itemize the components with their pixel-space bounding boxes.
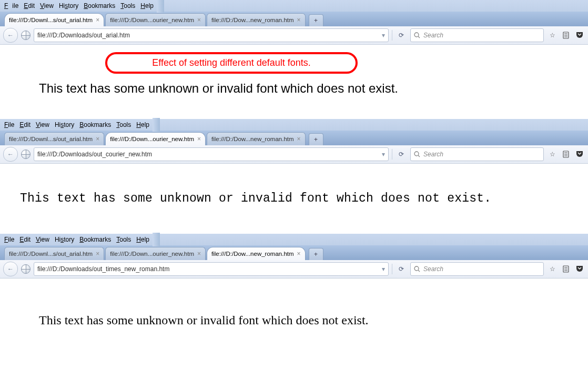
tab-arial[interactable]: file:///D:/Downl...s/out_arial.htm × [4,247,104,260]
menu-bar: File Edit View History Bookmarks Tools H… [0,119,588,131]
menu-file[interactable]: File [2,120,16,130]
site-identity-icon[interactable] [21,264,31,274]
menu-bookmarks[interactable]: Bookmarks [77,120,113,130]
tab-arial[interactable]: file:///D:/Downl...s/out_arial.htm × [4,132,104,145]
page-content-times: This text has some unknown or invalid fo… [0,278,588,388]
site-identity-icon[interactable] [21,150,31,159]
svg-point-6 [414,152,419,156]
dropdown-icon[interactable]: ▾ [382,32,385,39]
close-icon[interactable]: × [96,17,99,23]
url-text: file:///D:/Downloads/out_arial.htm [37,32,130,39]
menu-edge-shade [153,233,160,246]
reload-icon: ⟳ [399,151,404,158]
search-box[interactable]: Search [410,28,544,42]
tab-courier[interactable]: file:///D:/Down...ourier_new.htm × [105,13,206,26]
svg-line-7 [418,155,420,157]
back-button[interactable]: ← [3,147,18,162]
star-icon: ☆ [550,32,555,39]
tab-times[interactable]: file:///D:/Dow...new_roman.htm × [207,13,306,26]
menu-help[interactable]: Help [134,235,151,244]
pocket-icon [575,265,584,273]
new-tab-button[interactable]: + [309,14,323,26]
new-tab-button[interactable]: + [309,133,323,145]
close-icon[interactable]: × [197,251,201,257]
tab-times[interactable]: file:///D:/Dow...new_roman.htm × [207,132,306,145]
back-icon: ← [7,151,14,158]
tab-label: file:///D:/Dow...new_roman.htm [211,251,294,257]
annotation-callout: Effect of setting different default font… [105,52,358,74]
tab-courier[interactable]: file:///D:/Down...ourier_new.htm × [105,132,206,145]
reader-button[interactable] [561,149,571,160]
address-bar[interactable]: file:///D:/Downloads/out_courier_new.htm… [34,147,389,161]
menu-file[interactable]: File [2,1,21,11]
menu-file[interactable]: File [2,235,16,244]
separator [392,264,392,274]
search-box[interactable]: Search [410,147,544,161]
tab-strip: file:///D:/Downl...s/out_arial.htm × fil… [0,131,588,145]
search-icon [414,32,420,38]
reader-button[interactable] [561,30,571,41]
menu-edge-shade [157,0,164,13]
address-bar[interactable]: file:///D:/Downloads/out_arial.htm ▾ [34,28,389,42]
back-button[interactable]: ← [3,262,18,276]
menu-tools[interactable]: Tools [114,235,133,244]
close-icon[interactable]: × [297,136,301,142]
menu-view[interactable]: View [38,1,56,11]
menu-tools[interactable]: Tools [114,120,133,130]
new-tab-button[interactable]: + [309,248,323,260]
pocket-button[interactable] [574,30,585,41]
menu-history[interactable]: History [53,120,76,130]
nav-bar: ← file:///D:/Downloads/out_times_new_rom… [0,260,588,278]
tab-times[interactable]: file:///D:/Dow...new_roman.htm × [207,247,306,260]
close-icon[interactable]: × [297,17,301,23]
site-identity-icon[interactable] [21,31,31,40]
tab-label: file:///D:/Down...ourier_new.htm [110,17,194,23]
menu-tools[interactable]: Tools [118,1,137,11]
close-icon[interactable]: × [297,251,301,257]
pocket-button[interactable] [574,149,585,160]
close-icon[interactable]: × [197,136,201,142]
page-content-courier: This text has some unknown or invalid fo… [0,164,588,233]
back-icon: ← [7,32,14,39]
reload-button[interactable]: ⟳ [396,263,407,275]
menu-history[interactable]: History [57,1,80,11]
menu-bookmarks[interactable]: Bookmarks [77,235,113,244]
menu-bar: File Edit View History Bookmarks Tools H… [0,0,588,12]
menu-edit[interactable]: Edit [17,120,33,130]
reload-icon: ⟳ [399,265,404,273]
menu-view[interactable]: View [34,235,52,244]
menu-help[interactable]: Help [134,120,151,130]
url-text: file:///D:/Downloads/out_times_new_roman… [37,265,169,273]
reload-button[interactable]: ⟳ [396,29,407,41]
dropdown-icon[interactable]: ▾ [382,265,385,273]
menu-help[interactable]: Help [138,1,156,11]
close-icon[interactable]: × [96,251,99,257]
menu-bookmarks[interactable]: Bookmarks [82,1,117,11]
close-icon[interactable]: × [197,17,201,23]
tab-label: file:///D:/Dow...new_roman.htm [211,136,294,142]
close-icon[interactable]: × [96,136,99,142]
menu-view[interactable]: View [34,120,52,130]
menu-edit[interactable]: Edit [22,1,37,11]
clipboard-icon [562,151,570,158]
back-button[interactable]: ← [3,28,18,43]
address-bar[interactable]: file:///D:/Downloads/out_times_new_roman… [34,262,389,276]
reload-button[interactable]: ⟳ [396,148,407,160]
svg-line-1 [418,36,420,38]
bookmark-star-button[interactable]: ☆ [547,30,557,41]
menu-edit[interactable]: Edit [17,235,33,244]
bookmark-star-button[interactable]: ☆ [547,264,557,274]
tab-strip: file:///D:/Downl...s/out_arial.htm × fil… [0,12,588,26]
search-box[interactable]: Search [410,262,544,276]
dropdown-icon[interactable]: ▾ [382,151,385,158]
bookmark-star-button[interactable]: ☆ [547,149,557,160]
tab-courier[interactable]: file:///D:/Down...ourier_new.htm × [105,247,206,260]
reload-icon: ⟳ [399,32,404,39]
tab-arial[interactable]: file:///D:/Downl...s/out_arial.htm × [4,13,104,26]
menu-history[interactable]: History [53,235,76,244]
separator [392,149,392,160]
reader-button[interactable] [561,264,571,274]
tab-label: file:///D:/Downl...s/out_arial.htm [9,17,93,23]
pocket-button[interactable] [574,264,585,274]
tab-label: file:///D:/Dow...new_roman.htm [211,17,294,23]
